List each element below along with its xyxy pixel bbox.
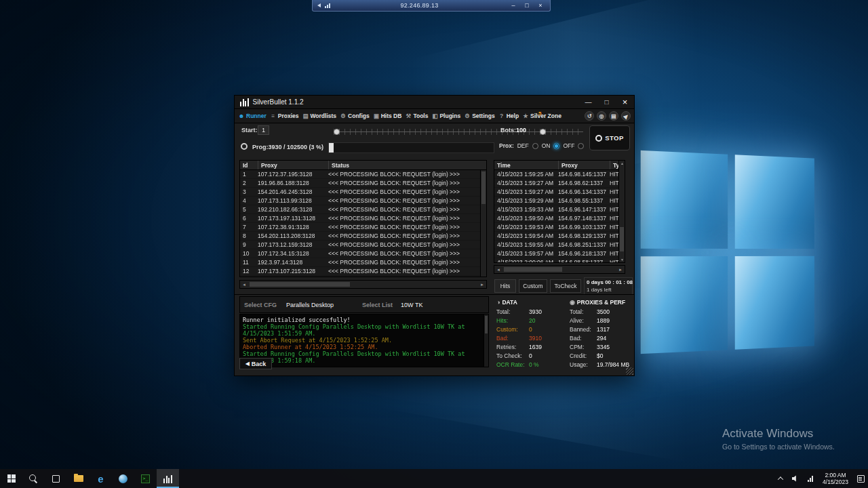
hit-row[interactable]: 4/15/2023 1:59:27 AM 154.6.96.134:1337 H… [494,188,618,197]
nav-hits-db[interactable]: ▣ Hits DB [373,113,402,119]
start-slider[interactable] [334,129,529,135]
col-proxy[interactable]: Proxy [558,161,610,169]
proxy-row[interactable]: 3 154.201.46.245:3128 <<< PROCESSING BLO… [240,188,480,197]
col-time[interactable]: Time [494,161,558,169]
proxies-table-header[interactable]: Id Proxy Status [240,161,486,170]
proxy-row[interactable]: 1 107.172.37.195:3128 <<< PROCESSING BLO… [240,170,480,179]
prox-off-radio[interactable] [578,143,584,149]
stop-button[interactable]: STOP [589,125,630,150]
horizontal-scrollbar[interactable]: ◄ ► [239,280,487,289]
col-status[interactable]: Status [328,161,486,169]
notification-center-button[interactable] [853,469,868,488]
tab-custom[interactable]: Custom [519,279,547,293]
nav-settings[interactable]: ⚙ Settings [464,113,495,119]
proxy-row[interactable]: 7 107.172.38.91:3128 <<< PROCESSING BLOC… [240,223,480,232]
network-button[interactable] [803,469,818,488]
scroll-right-icon[interactable]: ► [478,283,486,287]
resize-grip[interactable] [626,367,633,375]
hit-row[interactable]: 4/15/2023 2:00:06 AM 154.6.98.58:1337 HI… [494,258,618,262]
camera-icon[interactable]: ◎ [597,111,606,121]
console-app-button[interactable]: >_ [134,469,157,488]
back-button[interactable]: ◀ Back [239,358,272,369]
tab-tocheck[interactable]: ToCheck [550,279,581,293]
proxy-row[interactable]: 9 107.173.12.159:3128 <<< PROCESSING BLO… [240,241,480,249]
gallery-icon[interactable]: ▤ [609,111,618,121]
hit-row[interactable]: 4/15/2023 1:59:53 AM 154.6.99.103:1337 H… [494,223,618,232]
nav-silver-zone[interactable]: 5 ★ Silver Zone [522,113,561,119]
scrollbar-thumb[interactable] [250,282,350,287]
volume-button[interactable] [788,469,803,488]
hit-row[interactable]: 4/15/2023 1:59:29 AM 154.6.98.55:1337 HI… [494,197,618,205]
nav-configs[interactable]: ⚙ Configs [340,113,370,119]
taskbar-search-button[interactable] [22,469,45,488]
selected-wordlist[interactable]: 10W TK [401,302,422,308]
proxy-row[interactable]: 6 107.173.197.131:3128 <<< PROCESSING BL… [240,214,480,223]
proxy-row[interactable]: 2 191.96.86.188:3128 <<< PROCESSING BLOC… [240,179,480,188]
bots-slider[interactable] [529,129,583,135]
hits-table-header[interactable]: Time Proxy Typ [494,161,625,170]
col-proxy[interactable]: Proxy [258,161,328,169]
browser-button[interactable] [112,469,134,488]
history-icon[interactable]: ↺ [585,111,594,121]
nav-proxies[interactable]: ≡ Proxies [270,113,299,119]
selected-config[interactable]: Parallels Desktop [286,302,334,308]
vertical-scrollbar[interactable]: ▲ ▼ [618,161,625,262]
nav-wordlists[interactable]: ▤ Wordlists [302,113,336,119]
scroll-up-icon[interactable]: ▲ [619,161,625,165]
edge-browser-button[interactable]: e [90,469,112,488]
proxy-row[interactable]: 4 107.173.113.99:3128 <<< PROCESSING BLO… [240,197,480,205]
start-slider-thumb[interactable] [334,129,340,135]
task-view-button[interactable] [45,469,67,488]
proxy-row[interactable]: 10 107.172.34.15:3128 <<< PROCESSING BLO… [240,249,480,258]
nav-help[interactable]: ? Help [498,113,519,119]
scrollbar-thumb[interactable] [481,171,486,204]
hit-row[interactable]: 4/15/2023 1:59:57 AM 154.6.96.218:1337 H… [494,249,618,258]
scrollbar-thumb[interactable] [485,316,488,333]
silverbullet-taskbar-button[interactable] [157,469,179,488]
rdp-close-button[interactable]: × [536,2,545,9]
horizontal-scrollbar[interactable]: ◄ ► [494,265,625,274]
nav-plugins[interactable]: ◧ Plugins [431,113,460,119]
proxy-row[interactable]: 11 192.3.97.14:3128 <<< PROCESSING BLOCK… [240,258,480,267]
hit-row[interactable]: 4/15/2023 1:59:33 AM 154.6.96.147:1337 H… [494,205,618,214]
close-button[interactable]: × [616,96,634,108]
nav-runner[interactable]: ☻ Runner [238,113,267,119]
pin-icon[interactable] [317,3,321,7]
vertical-scrollbar[interactable] [480,170,486,277]
rdp-minimize-button[interactable]: – [509,2,518,9]
select-cfg-button[interactable]: Select CFG [244,302,277,308]
maximize-button[interactable]: □ [597,96,616,108]
proxy-row[interactable]: 12 107.173.107.215:3128 <<< PROCESSING B… [240,267,480,276]
file-explorer-button[interactable] [67,469,90,488]
taskbar-clock[interactable]: 2:00 AM 4/15/2023 [818,472,853,485]
scroll-down-icon[interactable]: ▼ [619,258,625,262]
tab-hits[interactable]: Hits [494,279,516,293]
scroll-left-icon[interactable]: ◄ [240,283,248,287]
hit-row[interactable]: 4/15/2023 1:59:27 AM 154.6.98.62:1337 HI… [494,179,618,188]
start-button[interactable] [0,469,22,488]
minimize-button[interactable]: — [579,96,597,108]
hit-row[interactable]: 4/15/2023 1:59:25 AM 154.6.98.145:1337 H… [494,170,618,179]
hit-row[interactable]: 4/15/2023 1:59:50 AM 154.6.97.148:1337 H… [494,214,618,223]
rdp-restore-button[interactable]: □ [522,2,532,9]
scrollbar-thumb[interactable] [620,227,624,251]
vertical-scrollbar[interactable] [484,314,488,367]
start-input[interactable] [258,125,269,135]
scroll-right-icon[interactable]: ► [616,268,625,272]
telegram-icon[interactable]: ▶ [621,111,631,121]
prox-def-radio[interactable] [532,143,538,149]
hit-row[interactable]: 4/15/2023 1:59:55 AM 154.6.98.251:1337 H… [494,241,618,249]
col-id[interactable]: Id [240,161,258,169]
proxy-row[interactable]: 13 107.172.226.222:3128 <<< PROCESSING B… [240,276,480,277]
bots-slider-thumb[interactable] [540,129,546,135]
proxy-row[interactable]: 8 154.202.113.208:3128 <<< PROCESSING BL… [240,232,480,241]
scroll-left-icon[interactable]: ◄ [494,268,502,272]
hit-row[interactable]: 4/15/2023 1:59:54 AM 154.6.98.129:1337 H… [494,232,618,241]
window-titlebar[interactable]: SilverBullet 1.1.2 — □ × [235,96,634,109]
select-list-button[interactable]: Select List [362,302,393,308]
nav-tools[interactable]: ⚒ Tools [405,113,428,119]
prox-on-radio[interactable] [553,143,559,149]
proxy-row[interactable]: 5 192.210.182.66:3128 <<< PROCESSING BLO… [240,205,480,214]
scrollbar-thumb[interactable] [504,267,562,272]
tray-expand-button[interactable] [773,469,788,488]
